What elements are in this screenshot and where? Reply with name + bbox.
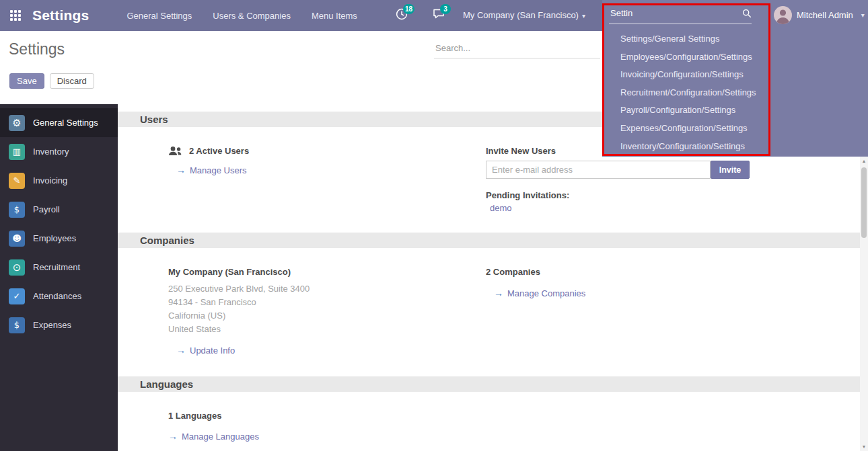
sidebar-item-label: Expenses	[33, 320, 71, 330]
sidebar-item-label: Payroll	[33, 204, 60, 214]
companies-count: 2 Companies	[486, 267, 795, 277]
sidebar-item-expenses[interactable]: $ Expenses	[0, 311, 118, 339]
search-suggestion[interactable]: Payroll/Configuration/Settings	[620, 101, 868, 120]
settings-search-input[interactable]	[434, 42, 600, 54]
search-suggestion-list: Settings/General Settings Employees/Conf…	[602, 30, 868, 155]
section-languages: 1 Languages → Manage Languages	[118, 392, 860, 442]
manage-users-link[interactable]: → Manage Users	[176, 165, 247, 175]
save-button[interactable]: Save	[9, 73, 44, 89]
avatar	[774, 6, 792, 24]
messages-systray-button[interactable]: 3	[433, 8, 445, 22]
active-users-count: 2 Active Users	[189, 146, 249, 156]
search-suggestion[interactable]: Recruitment/Configuration/Settings	[620, 84, 868, 102]
vertical-scrollbar[interactable]: ▲ ▼	[860, 157, 868, 451]
section-title: Users	[140, 114, 168, 125]
user-menu[interactable]: Mitchell Admin ▾	[774, 6, 865, 24]
dollar-icon: $	[9, 317, 25, 333]
section-header-companies: Companies	[118, 233, 860, 248]
company-name: My Company (San Francisco)	[168, 267, 486, 277]
search-icon[interactable]	[742, 9, 752, 18]
section-title: Companies	[140, 235, 194, 246]
sidebar-item-payroll[interactable]: $ Payroll	[0, 195, 118, 224]
invite-email-input[interactable]	[486, 161, 711, 179]
manage-languages-link[interactable]: → Manage Languages	[168, 431, 259, 442]
app-title: Settings	[32, 7, 89, 24]
gear-icon: ⚙	[9, 115, 25, 131]
apps-grid-icon	[10, 10, 21, 21]
arrow-right-icon: →	[176, 165, 186, 175]
search-suggestion[interactable]: Settings/General Settings	[620, 30, 868, 48]
search-suggestion[interactable]: Expenses/Configuration/Settings	[620, 120, 868, 138]
sidebar-item-attendances[interactable]: ✓ Attendances	[0, 282, 118, 311]
languages-count: 1 Languages	[168, 411, 486, 421]
manage-companies-link[interactable]: → Manage Companies	[494, 288, 585, 298]
invite-button[interactable]: Invite	[711, 161, 750, 179]
apps-menu-button[interactable]	[0, 0, 31, 31]
arrow-right-icon: →	[176, 345, 186, 356]
section-title: Languages	[140, 378, 193, 390]
sidebar-item-recruitment[interactable]: ⊙ Recruitment	[0, 253, 118, 282]
search-suggestion[interactable]: Inventory/Configuration/Settings	[620, 138, 868, 156]
pending-user-link[interactable]: demo	[486, 203, 512, 213]
menu-item-users-companies[interactable]: Users & Companies	[209, 8, 295, 24]
discard-button[interactable]: Discard	[50, 73, 94, 89]
settings-sidebar: ⚙ General Settings ▥ Inventory ✎ Invoici…	[0, 104, 118, 451]
search-suggestion[interactable]: Invoicing/Configuration/Settings	[620, 66, 868, 84]
global-search-field	[609, 7, 752, 24]
sidebar-item-label: Employees	[33, 233, 76, 243]
arrow-right-icon: →	[168, 431, 178, 442]
sidebar-item-inventory[interactable]: ▥ Inventory	[0, 137, 118, 166]
sidebar-item-label: Inventory	[33, 147, 69, 157]
check-icon: ✓	[9, 288, 25, 304]
search-suggestion[interactable]: Employees/Configuration/Settings	[620, 48, 868, 67]
odoo-settings-screen: Settings General Settings Users & Compan…	[0, 0, 868, 451]
control-buttons: Save Discard	[9, 73, 94, 89]
section-companies: My Company (San Francisco) 250 Executive…	[118, 248, 860, 376]
sidebar-item-invoicing[interactable]: ✎ Invoicing	[0, 166, 118, 195]
pencil-doc-icon: ✎	[9, 173, 25, 189]
menu-item-general-settings[interactable]: General Settings	[122, 8, 196, 24]
sidebar-item-employees[interactable]: ☻ Employees	[0, 224, 118, 253]
app-menu: General Settings Users & Companies Menu …	[122, 8, 361, 24]
section-header-languages: Languages	[118, 376, 860, 392]
payroll-icon: $	[9, 202, 25, 218]
global-search-input[interactable]	[609, 7, 730, 19]
arrow-right-icon: →	[494, 288, 503, 298]
boxes-icon: ▥	[9, 144, 25, 160]
people-icon: ☻	[9, 231, 25, 247]
sidebar-item-label: Invoicing	[33, 175, 67, 186]
sidebar-item-label: Attendances	[33, 291, 81, 301]
sidebar-item-general-settings[interactable]: ⚙ General Settings	[0, 108, 118, 137]
settings-search-field	[434, 42, 600, 58]
chevron-down-icon: ▾	[582, 12, 585, 19]
pending-invitations-label: Pending Invitations:	[486, 190, 795, 200]
scroll-down-arrow[interactable]: ▼	[860, 444, 868, 449]
page-title: Settings	[9, 40, 65, 58]
update-info-link[interactable]: → Update Info	[176, 345, 235, 356]
chevron-down-icon: ▾	[861, 11, 865, 19]
activity-systray-button[interactable]: 18	[396, 8, 408, 23]
sidebar-item-label: Recruitment	[33, 262, 80, 272]
user-name: Mitchell Admin	[797, 10, 853, 20]
scrollbar-thumb[interactable]	[861, 167, 867, 238]
magnifier-icon: ⊙	[9, 259, 25, 276]
activity-count-badge: 18	[403, 4, 414, 14]
message-count-badge: 3	[440, 4, 451, 14]
company-address: 250 Executive Park Blvd, Suite 3400 9413…	[168, 282, 486, 336]
sidebar-item-label: General Settings	[33, 118, 98, 128]
users-icon	[168, 146, 183, 156]
company-switcher[interactable]: My Company (San Francisco)▾	[463, 10, 585, 20]
scroll-up-arrow[interactable]: ▲	[860, 159, 868, 163]
menu-item-menu-items[interactable]: Menu Items	[308, 8, 361, 24]
